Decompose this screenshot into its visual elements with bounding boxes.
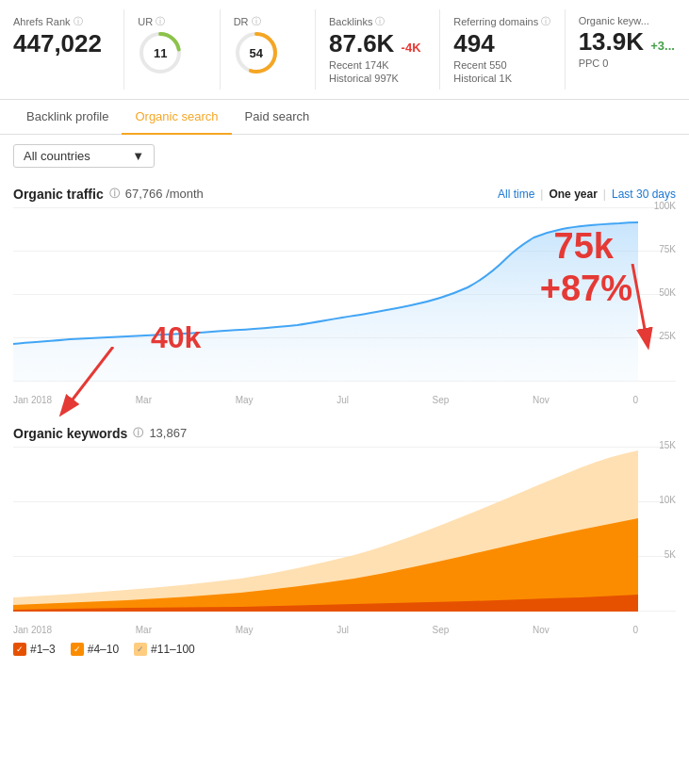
referring-domains-sub1: Recent 550	[453, 59, 550, 71]
metric-organic-keywords-header: Organic keyw... 13.9K +3... PPC 0	[566, 9, 689, 90]
legend-check-4-10[interactable]: ✓	[71, 643, 84, 656]
dr-label: DR	[234, 16, 249, 27]
backlinks-sub2: Historical 997K	[329, 73, 426, 84]
keywords-chart: 15K 10K 5K Jan 2018 Mar May	[13, 447, 676, 635]
traffic-chart: 100K 75K 50K 25K	[13, 207, 676, 405]
grid-label-50k: 50K	[659, 287, 676, 298]
kw-x-label-mar: Mar	[136, 625, 152, 635]
traffic-chart-svg	[13, 207, 638, 382]
backlinks-value: 87.6K -4K	[329, 30, 426, 57]
ur-value: 11	[154, 46, 167, 60]
x-label-jul: Jul	[336, 395, 349, 405]
backlinks-label: Backlinks	[329, 16, 372, 27]
organic-keywords-header-value: 13.9K +3...	[579, 28, 676, 56]
keywords-x-axis: Jan 2018 Mar May Jul Sep Nov 0	[13, 625, 638, 635]
time-filter-one-year[interactable]: One year	[549, 188, 597, 201]
grid-label-100k: 100K	[654, 201, 676, 211]
legend-item-11-100: ✓ #11–100	[134, 643, 195, 656]
kw-grid-label-5k: 5K	[664, 549, 676, 560]
svg-line-7	[632, 264, 647, 339]
dr-gauge: 54	[234, 30, 279, 75]
legend-label-11-100: #11–100	[151, 643, 195, 656]
organic-keywords-section: Organic keywords ⓘ 13,867	[0, 416, 689, 441]
backlinks-info-icon[interactable]: ⓘ	[375, 15, 385, 28]
x-label-sep: Sep	[433, 395, 450, 405]
x-label-jan: Jan 2018	[13, 395, 52, 405]
ur-gauge: 11	[138, 30, 183, 75]
kw-x-label-0: 0	[632, 625, 638, 635]
keywords-section-title: Organic keywords ⓘ 13,867	[13, 426, 187, 441]
keywords-info-icon[interactable]: ⓘ	[133, 426, 143, 440]
ur-info-icon[interactable]: ⓘ	[156, 15, 165, 28]
keywords-chart-svg	[13, 447, 638, 612]
checkmark-1-3-icon: ✓	[16, 645, 24, 654]
dr-info-icon[interactable]: ⓘ	[252, 15, 261, 28]
traffic-section-title: Organic traffic ⓘ 67,766 /month	[13, 187, 204, 202]
country-select-label: All countries	[24, 149, 90, 163]
organic-traffic-section: Organic traffic ⓘ 67,766 /month All time…	[0, 177, 689, 202]
kw-x-label-jan: Jan 2018	[13, 625, 52, 635]
tab-backlink-profile[interactable]: Backlink profile	[13, 100, 122, 135]
organic-keywords-ppc: PPC 0	[579, 57, 676, 69]
organic-keywords-change: +3...	[650, 39, 675, 53]
metrics-bar: Ahrefs Rank ⓘ 447,022 UR ⓘ 11 DR ⓘ	[0, 0, 689, 100]
backlinks-sub1: Recent 174K	[329, 59, 426, 71]
kw-x-label-may: May	[236, 625, 254, 635]
grid-label-75k: 75K	[659, 244, 676, 254]
x-label-may: May	[236, 395, 254, 405]
kw-grid-label-15k: 15K	[659, 440, 676, 450]
checkmark-4-10-icon: ✓	[74, 645, 81, 654]
checkmark-11-100-icon: ✓	[137, 645, 144, 654]
ahrefs-rank-label: Ahrefs Rank	[13, 16, 71, 27]
x-label-0: 0	[632, 395, 638, 405]
x-label-nov: Nov	[533, 395, 550, 405]
traffic-chart-area: 100K 75K 50K 25K	[13, 207, 676, 405]
metric-dr: DR ⓘ 54	[221, 9, 316, 90]
referring-domains-value: 494	[453, 30, 550, 57]
kw-x-label-jul: Jul	[336, 625, 349, 635]
grid-label-25k: 25K	[659, 331, 676, 341]
filter-bar: All countries ▼	[0, 135, 689, 177]
traffic-info-icon[interactable]: ⓘ	[109, 187, 120, 201]
metric-ahrefs-rank: Ahrefs Rank ⓘ 447,022	[0, 9, 124, 90]
traffic-value: 67,766 /month	[125, 187, 204, 201]
organic-keywords-header-label: Organic keyw...	[579, 15, 649, 26]
dropdown-arrow-icon: ▼	[132, 149, 144, 163]
legend-label-4-10: #4–10	[88, 643, 119, 656]
ahrefs-rank-value: 447,022	[13, 30, 110, 57]
ur-label: UR	[138, 16, 153, 27]
legend-check-1-3[interactable]: ✓	[13, 643, 26, 656]
tab-paid-search[interactable]: Paid search	[232, 100, 323, 135]
keywords-value: 13,867	[149, 426, 187, 440]
traffic-x-axis: Jan 2018 Mar May Jul Sep Nov 0	[13, 395, 638, 405]
legend-check-11-100[interactable]: ✓	[134, 643, 147, 656]
referring-domains-sub2: Historical 1K	[453, 73, 550, 84]
backlinks-change: -4K	[402, 41, 421, 55]
dr-value: 54	[249, 46, 262, 60]
time-filter-30-days[interactable]: Last 30 days	[612, 188, 676, 201]
arrow-75k-icon	[604, 264, 661, 358]
time-filter-all[interactable]: All time	[498, 188, 534, 201]
nav-tabs: Backlink profile Organic search Paid sea…	[0, 100, 689, 135]
traffic-chart-wrapper: 40k 75k +87% 100K 75K	[0, 207, 689, 405]
keywords-legend: ✓ #1–3 ✓ #4–10 ✓ #11–100	[0, 635, 689, 663]
ahrefs-rank-info-icon[interactable]: ⓘ	[74, 15, 83, 28]
legend-label-1-3: #1–3	[30, 643, 56, 656]
country-select[interactable]: All countries ▼	[13, 144, 155, 168]
kw-x-label-sep: Sep	[433, 625, 450, 635]
legend-item-4-10: ✓ #4–10	[71, 643, 119, 656]
legend-item-1-3: ✓ #1–3	[13, 643, 56, 656]
kw-x-label-nov: Nov	[533, 625, 550, 635]
keywords-chart-area: 15K 10K 5K Jan 2018 Mar May	[13, 447, 676, 635]
x-label-mar: Mar	[136, 395, 152, 405]
metric-backlinks: Backlinks ⓘ 87.6K -4K Recent 174K Histor…	[316, 9, 440, 90]
kw-grid-label-10k: 10K	[659, 495, 676, 505]
referring-domains-info-icon[interactable]: ⓘ	[541, 15, 550, 28]
tab-organic-search[interactable]: Organic search	[122, 100, 231, 135]
metric-ur: UR ⓘ 11	[124, 9, 220, 90]
time-filters: All time | One year | Last 30 days	[498, 188, 676, 201]
metric-referring-domains: Referring domains ⓘ 494 Recent 550 Histo…	[440, 9, 565, 90]
referring-domains-label: Referring domains	[453, 16, 538, 27]
